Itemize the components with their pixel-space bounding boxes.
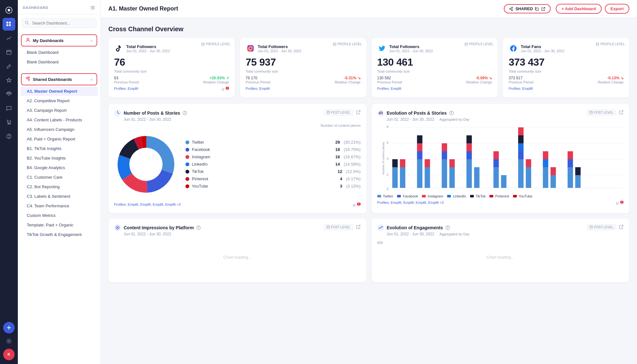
chart4-y-start: 600 bbox=[377, 238, 624, 245]
add-dashboard-button[interactable]: + Add Dashboard bbox=[556, 4, 602, 14]
copy-icon[interactable] bbox=[535, 7, 539, 11]
svg-rect-100 bbox=[474, 167, 479, 188]
svg-rect-81 bbox=[392, 167, 398, 188]
listen-nav-icon[interactable] bbox=[3, 88, 15, 101]
engagements-chart-icon bbox=[377, 224, 384, 231]
dashboard-nav-icon[interactable] bbox=[3, 18, 15, 31]
svg-point-12 bbox=[8, 124, 9, 125]
sidebar-search[interactable] bbox=[22, 18, 97, 28]
svg-rect-142 bbox=[590, 226, 592, 228]
sidebar-item-tiktok[interactable]: TikTok Growth & Engagement bbox=[20, 230, 98, 239]
chart4-info-icon bbox=[445, 225, 450, 230]
svg-rect-110 bbox=[525, 167, 531, 188]
facebook-change: -0.13% ↘ bbox=[598, 76, 624, 80]
facebook-card-date: Jun 01, 2022 - Jun 30, 2022 bbox=[521, 49, 564, 53]
svg-rect-4 bbox=[6, 24, 8, 26]
twitter-legend-pct: (30.21%) bbox=[344, 140, 361, 145]
settings-nav-icon[interactable] bbox=[3, 335, 15, 347]
pinterest-legend-count: 4 bbox=[340, 176, 342, 181]
analytics-nav-icon[interactable] bbox=[3, 32, 15, 45]
sidebar: DASHBOARD My Dashboards ∧ Blank Dashboar… bbox=[18, 0, 101, 364]
chart4-export-icon[interactable] bbox=[619, 225, 624, 230]
chart2-export-icon[interactable] bbox=[619, 110, 624, 115]
user-avatar[interactable]: K bbox=[3, 349, 15, 360]
svg-point-24 bbox=[27, 38, 29, 40]
sidebar-item-a3[interactable]: A3. Campaign Report bbox=[20, 106, 98, 115]
twitter-rel-change: Relative Change bbox=[466, 80, 492, 84]
sidebar-collapse-icon[interactable] bbox=[90, 5, 95, 10]
facebook-prev-label: 373 917 bbox=[509, 76, 533, 80]
export-button[interactable]: Export bbox=[605, 4, 629, 14]
svg-rect-98 bbox=[466, 143, 472, 151]
svg-rect-87 bbox=[417, 143, 422, 151]
add-nav-icon[interactable] bbox=[3, 322, 15, 333]
search-icon bbox=[25, 21, 29, 26]
svg-line-29 bbox=[28, 78, 29, 80]
sidebar-item-a2[interactable]: A2. Competitive Report bbox=[20, 96, 98, 105]
chart1-legend: Twitter 29 (30.21%) Facebook 18 (18.75%) bbox=[185, 140, 361, 189]
chart1-info-icon bbox=[183, 111, 187, 115]
shared-badge[interactable]: SHARED bbox=[504, 4, 551, 13]
svg-point-41 bbox=[252, 46, 252, 47]
chart2-info-icon bbox=[449, 111, 454, 115]
svg-rect-113 bbox=[543, 159, 548, 167]
bar-legend-linkedin: LinkedIn bbox=[447, 194, 466, 198]
sidebar-item-b1[interactable]: B1. TikTok Insights bbox=[20, 144, 98, 153]
linkedin-legend-count: 14 bbox=[335, 162, 340, 167]
svg-point-68 bbox=[451, 112, 452, 112]
svg-point-141 bbox=[447, 226, 448, 227]
svg-rect-94 bbox=[449, 167, 455, 188]
svg-rect-92 bbox=[442, 151, 447, 159]
facebook-label: Total community size bbox=[509, 69, 624, 73]
svg-rect-39 bbox=[247, 45, 254, 52]
chart3-export-icon[interactable] bbox=[356, 225, 361, 230]
my-dashboards-header[interactable]: My Dashboards ∧ bbox=[21, 34, 97, 46]
svg-line-10 bbox=[10, 65, 11, 66]
tiktok-rel-change: Relative Change bbox=[203, 80, 229, 84]
legend-instagram: Instagram 16 (16.67%) bbox=[185, 154, 361, 159]
sidebar-item-c2[interactable]: C2. Bot Reporting bbox=[20, 182, 98, 191]
shop-nav-icon[interactable] bbox=[3, 116, 15, 129]
external-link-icon[interactable] bbox=[541, 7, 546, 11]
chart1-export-icon[interactable] bbox=[356, 110, 361, 115]
instagram-value: 75 937 bbox=[246, 56, 361, 68]
chart-evolution-engagements: Evolution of Engagements Jun 01, 2022 - … bbox=[372, 218, 630, 282]
sidebar-item-template[interactable]: Template: Paid + Organic bbox=[20, 220, 98, 230]
sidebar-item-a6[interactable]: A6. Paid + Organic Report bbox=[20, 134, 98, 144]
svg-rect-2 bbox=[6, 22, 8, 24]
search-input[interactable] bbox=[22, 18, 97, 28]
chart1-badge: POST LEVEL bbox=[324, 110, 353, 116]
shared-dashboards-header[interactable]: Shared Dashboards ∧ bbox=[21, 73, 97, 85]
sidebar-item-blank2[interactable]: Blank Dashboard bbox=[20, 57, 98, 67]
sidebar-item-blank1[interactable]: Blank Dashboard bbox=[20, 48, 98, 57]
chart2-title: Evolution of Posts & Stories bbox=[387, 111, 447, 116]
sidebar-item-c1[interactable]: C1. Customer Care bbox=[20, 173, 98, 182]
sidebar-item-a5[interactable]: A5. Influencers Campaign bbox=[20, 125, 98, 134]
care-nav-icon[interactable] bbox=[3, 102, 15, 115]
svg-rect-104 bbox=[501, 175, 506, 188]
twitter-legend-dot bbox=[185, 140, 189, 144]
sidebar-item-custom-metrics[interactable]: Custom Metrics bbox=[20, 211, 98, 220]
compose-nav-icon[interactable] bbox=[3, 60, 15, 73]
help-nav-icon[interactable] bbox=[3, 130, 15, 143]
chart4-badge: POST LEVEL bbox=[587, 224, 616, 230]
calendar-nav-icon[interactable] bbox=[3, 46, 15, 59]
sidebar-item-b4[interactable]: B4. Google Analytics bbox=[20, 163, 98, 172]
instagram-label: Total community size bbox=[246, 69, 361, 73]
tiktok-legend-count: 12 bbox=[338, 169, 342, 174]
svg-rect-108 bbox=[518, 135, 524, 143]
svg-rect-88 bbox=[417, 135, 422, 143]
sidebar-item-a1[interactable]: A1. Master Owned Report bbox=[20, 87, 98, 96]
tiktok-change: +20.63% ↗ bbox=[203, 76, 229, 80]
sidebar-item-a4[interactable]: A4. Content Labels - Products bbox=[20, 115, 98, 125]
svg-rect-120 bbox=[575, 175, 581, 188]
svg-point-61 bbox=[129, 148, 163, 181]
tiktok-label: Total community size bbox=[114, 69, 229, 73]
sidebar-item-b2[interactable]: B2. YouTube Insights bbox=[20, 153, 98, 163]
svg-rect-103 bbox=[493, 151, 499, 159]
engage-nav-icon[interactable] bbox=[3, 74, 15, 87]
chart2-badge: POST LEVEL bbox=[587, 110, 616, 116]
sidebar-item-c4[interactable]: C4. Team Performance bbox=[20, 201, 98, 211]
sidebar-item-c3[interactable]: C3. Labels & Sentiment bbox=[20, 192, 98, 201]
bar-legend-pinterest: Pinterest bbox=[489, 194, 509, 198]
